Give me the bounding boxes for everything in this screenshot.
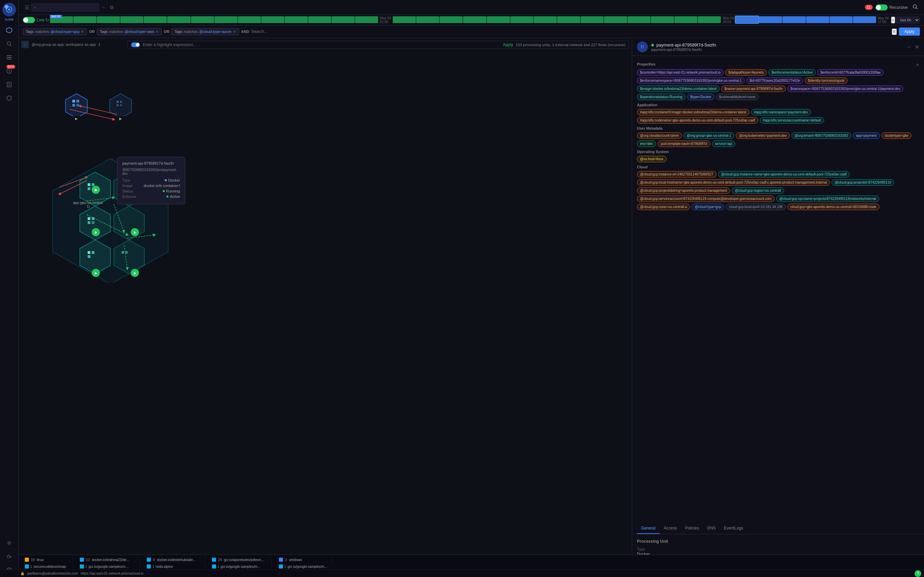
sidebar-item-reports[interactable] [3, 78, 15, 90]
tab-dns[interactable]: DNS [703, 523, 720, 534]
namespace-input[interactable] [31, 3, 99, 11]
tag-type[interactable]: $type=Docker [687, 93, 714, 100]
tag-os-host[interactable]: @os:host=linux [637, 156, 667, 162]
jolteon-count: 24 [218, 558, 222, 562]
detail-expand-button[interactable]: → [906, 44, 911, 50]
svg-rect-44 [88, 183, 90, 186]
tag-clustertype[interactable]: clustertype=gke [882, 132, 911, 139]
timeline-block [416, 16, 439, 23]
highlight-apply-button[interactable]: Apply [503, 42, 513, 47]
tag-namespace[interactable]: $namespace=/80677536l903163392/pmm/gke-u… [787, 85, 903, 92]
tag-cloud-zone[interactable]: @cloud:gcp:zone=us-centrall-a [637, 204, 690, 210]
tag-image[interactable]: $image=docker.io/brahma23/demo-container… [637, 85, 719, 92]
tag-id[interactable]: $id=6077fcaeec20a2000177e52e [746, 77, 803, 84]
filter-tag-3[interactable]: Tags matches @cloud:type=azure ✕ [171, 28, 239, 35]
node-top-2[interactable]: ▶ [107, 92, 134, 117]
svg-point-10 [9, 72, 10, 72]
tag-app-namespace[interactable]: #app:k8s:namespace=payment-dev [751, 109, 811, 115]
sidebar-item-dashboard[interactable] [3, 24, 15, 36]
tag-service-api[interactable]: service=api [712, 140, 735, 147]
tag-name[interactable]: $name=payment-api-879589f7d-5wzfn [721, 85, 786, 92]
detail-title: payment-api-879589f7d-5wzfn payment-api-… [651, 42, 903, 52]
time-selector[interactable]: last 6h [896, 17, 920, 23]
refresh-button[interactable]: ↻ [45, 17, 49, 23]
filter-search-input[interactable] [251, 29, 890, 34]
live-toggle[interactable] [23, 17, 35, 23]
tab-access[interactable]: Access [660, 523, 681, 534]
filter-remove-2[interactable]: ✕ [155, 29, 158, 34]
tag-app-container-image[interactable]: #app:k8s:container0:image=docker.io/brah… [637, 109, 750, 115]
tag-cloud-instance-id[interactable]: @cloud:gcp:instance-id=24027031148750609… [637, 171, 716, 177]
tag-org-kubernetes[interactable]: @org:kubernetes=payment-dev [736, 132, 790, 139]
svg-point-16 [7, 555, 10, 558]
node-play-1[interactable]: ▶ [92, 186, 100, 194]
tag-org-group[interactable]: @org:group=gke-us-central-1 [683, 132, 734, 139]
popup-type-row: Type Docker [122, 178, 180, 182]
graph-tool-icon[interactable]: ⬡ [21, 41, 29, 48]
sidebar-item-settings[interactable] [3, 537, 15, 549]
node-play-3[interactable]: ▶ [92, 269, 100, 277]
bottom-item-windows: 2 windows [276, 556, 332, 563]
tag-app-payment[interactable]: app=payment [853, 132, 880, 139]
tag-org-cloudaccount[interactable]: @org:cloudaccount=pmm [637, 132, 682, 139]
tag-enforcerid[interactable]: $enforcerid=6077fcala3fa630001330fae [817, 69, 884, 76]
filter-tag-2[interactable]: Tags matches @cloud:type=aws ✕ [97, 28, 162, 35]
logo-icon [2, 3, 16, 16]
tab-policies[interactable]: Policies [681, 523, 703, 534]
sidebar-item-alerts[interactable]: 8772 [3, 65, 15, 77]
tag-cloud-projectid-num[interactable]: @cloud:gcp:projectid=874226495119 [832, 179, 894, 186]
tag-controller[interactable]: $controller=https://api.east-01.network.… [637, 69, 724, 76]
sidebar-item-keys[interactable] [3, 551, 15, 563]
tag-cloud-region[interactable]: @cloud:gcp:region=us-centrall [732, 187, 784, 194]
workspace-info-button[interactable]: ℹ [99, 42, 100, 47]
copy-button[interactable]: ⧉ [108, 3, 115, 11]
filter-apply-button[interactable]: Apply [899, 27, 920, 35]
timeline-block [261, 16, 284, 23]
node-play-2[interactable]: ▶ [92, 228, 100, 236]
tab-eventlogs[interactable]: EventLogs [720, 523, 747, 534]
tag-cloud-vpcname[interactable]: @cloud:gcp:vpcname=projects/874226495119… [776, 195, 879, 202]
tag-enforcementstatus[interactable]: $enforcementstatus=Active [769, 69, 816, 76]
tab-general[interactable]: General [637, 523, 660, 534]
menu-button[interactable]: ☰ [23, 3, 31, 11]
tag-cloud-ipv4[interactable]: cloud:gcp:local-ipv4=10.181.34.199 [726, 204, 786, 210]
sidebar-item-search[interactable] [3, 38, 15, 50]
filter-clear-button[interactable]: ✕ [892, 29, 897, 35]
node-play-5[interactable]: ▶ [131, 269, 139, 277]
tag-env[interactable]: env=dev [637, 140, 656, 147]
tag-identity[interactable]: $identity=processingunit [805, 77, 848, 84]
recursive-toggle[interactable] [876, 5, 888, 11]
tag-datapathtype[interactable]: $datapathtype=Aporeto [725, 69, 767, 76]
sidebar-item-list[interactable] [3, 51, 15, 63]
search-button[interactable] [910, 3, 920, 12]
tag-cloud-projectidstring[interactable]: @cloud:gcp:projectidstring=aporeto-produ… [637, 187, 730, 194]
highlight-toggle[interactable] [131, 42, 140, 47]
tag-cloud-gke-node[interactable]: cloud:gcp=gke-aporeto-demo-us-centrall-0… [787, 204, 879, 210]
tag-cloud-type[interactable]: @cloud:type=gcp [691, 204, 724, 210]
sidebar-item-policies[interactable] [3, 92, 15, 104]
tag-vulnerabilitylevel[interactable]: $vulnerabilitylevel=none [716, 93, 759, 100]
tag-enforcernamespace[interactable]: $enforcernamespace=/80677536l903163392/p… [637, 77, 745, 84]
timeline-add-button[interactable]: + [891, 17, 895, 23]
filter-remove-3[interactable]: ✕ [233, 29, 236, 34]
tag-operationalstatus[interactable]: $operationalstatus=Running [637, 93, 685, 100]
shipping-count: 1 [284, 565, 286, 569]
back-button[interactable]: ← [99, 3, 108, 11]
tag-app-serviceaccount[interactable]: #app:k8s:serviceaccountname=default [760, 117, 824, 124]
properties-collapse-btn[interactable]: ∧ [916, 62, 919, 67]
tag-app-nodename[interactable]: #app:k8s:nodename=gke-aporeto-demo-us-ce… [637, 117, 758, 124]
graph-toolbar: ⬡ @org:group as app, workspace as app ℹ [21, 41, 100, 48]
tag-cloud-local-hostname[interactable]: @cloud:gcp:local-hostname=gke-aporeto-de… [637, 179, 830, 186]
highlight-input[interactable] [143, 42, 500, 47]
tag-cloud-serviceaccount[interactable]: @cloud:gcp:serviceaccount=874226495119-c… [637, 195, 775, 202]
detail-close-button[interactable]: ✕ [915, 44, 919, 50]
tag-cloud-instance-name[interactable]: @cloud:gcp:instance-name=gke-aporeto-dem… [718, 171, 850, 177]
tag-pod-template-hash[interactable]: pod-template-hash=879589f7d [657, 140, 710, 147]
tag-org-tenant[interactable]: @org:tenant=80677536l903163392 [792, 132, 851, 139]
filter-remove-1[interactable]: ✕ [81, 29, 84, 34]
filter-key-3: Tags [174, 29, 182, 34]
node-play-4[interactable]: ▶ [131, 228, 139, 236]
node-top-1[interactable]: ▶ [63, 92, 90, 117]
filter-tag-1[interactable]: Tags matches @cloud:type=gcp ✕ [23, 28, 87, 35]
footer-help-icon[interactable]: ? [914, 570, 921, 577]
